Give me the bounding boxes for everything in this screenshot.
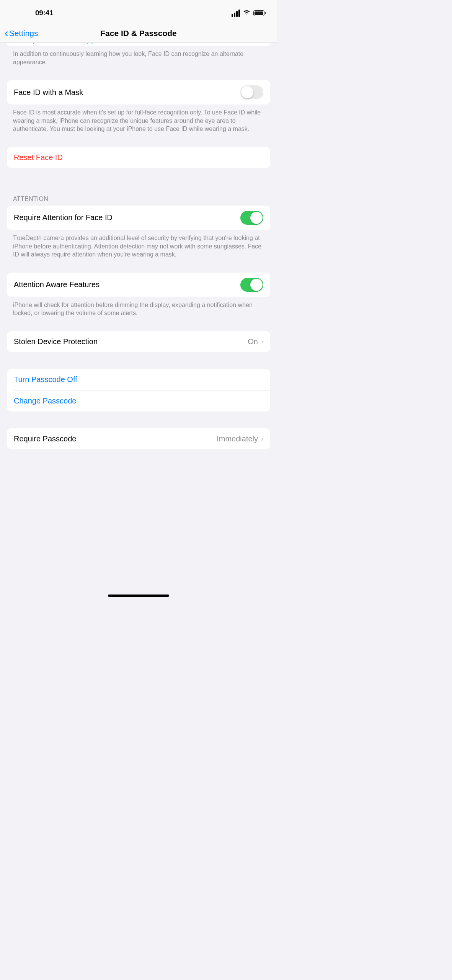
attention-aware-footer: iPhone will check for attention before d… [0,297,277,317]
require-attention-toggle[interactable] [240,211,263,225]
back-button[interactable]: ‹ Settings [5,28,38,39]
status-icons [232,9,266,17]
change-passcode-button[interactable]: Change Passcode [7,390,270,412]
alternate-appearance-footer: In addition to continuously learning how… [0,46,277,66]
turn-passcode-off-label: Turn Passcode Off [14,375,77,384]
face-id-mask-toggle[interactable] [240,85,263,99]
back-label: Settings [9,29,38,38]
attention-section-header: Attention [0,196,277,206]
require-passcode-value: Immediately [217,434,258,443]
status-time: 09:41 [35,9,53,17]
reset-face-id-label: Reset Face ID [14,153,63,162]
battery-icon [253,10,266,16]
require-attention-label: Require Attention for Face ID [14,213,113,222]
require-passcode-label: Require Passcode [14,434,76,443]
turn-passcode-off-button[interactable]: Turn Passcode Off [7,369,270,390]
chevron-right-icon: › [261,435,263,443]
stolen-device-protection-value: On [248,337,258,346]
status-bar: 09:41 [0,0,277,23]
alternate-appearance-cell[interactable]: Set Up an Alternate Appearance [7,43,270,46]
change-passcode-label: Change Passcode [14,397,76,405]
stolen-device-protection-label: Stolen Device Protection [14,337,98,346]
alternate-appearance-label: Set Up an Alternate Appearance [14,43,123,44]
attention-aware-label: Attention Aware Features [14,280,100,289]
require-attention-footer: TrueDepth camera provides an additional … [0,230,277,259]
attention-aware-toggle[interactable] [240,278,263,292]
attention-aware-row: Attention Aware Features [7,273,270,297]
navigation-bar: ‹ Settings Face ID & Passcode [0,23,277,43]
home-indicator[interactable] [108,595,169,597]
chevron-right-icon: › [261,338,263,346]
face-id-mask-footer: Face ID is most accurate when it's set u… [0,105,277,133]
cellular-signal-icon [232,10,240,17]
reset-face-id-button[interactable]: Reset Face ID [7,147,270,168]
face-id-mask-label: Face ID with a Mask [14,88,83,97]
page-title: Face ID & Passcode [100,29,177,38]
require-attention-row: Require Attention for Face ID [7,206,270,230]
chevron-left-icon: ‹ [5,28,8,39]
wifi-icon [243,9,251,17]
require-passcode-row[interactable]: Require Passcode Immediately › [7,428,270,449]
face-id-mask-row: Face ID with a Mask [7,80,270,105]
stolen-device-protection-row[interactable]: Stolen Device Protection On › [7,331,270,352]
